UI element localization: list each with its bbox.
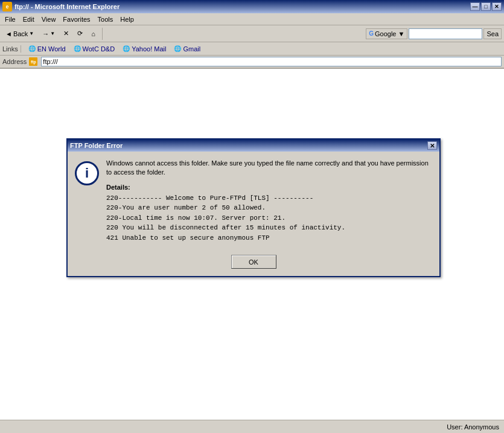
link-gmail[interactable]: 🌐 Gmail bbox=[170, 43, 203, 54]
google-label[interactable]: G Google ▼ bbox=[366, 28, 407, 39]
dialog-title: FTP Folder Error bbox=[70, 142, 427, 149]
dialog-title-bar: FTP Folder Error ✕ bbox=[68, 140, 439, 152]
detail-line-5: 421 Unable to set up secure anonymous FT… bbox=[106, 233, 432, 243]
gmail-icon: 🌐 bbox=[173, 45, 182, 53]
links-bar: Links 🌐 EN World 🌐 WotC D&D 🌐 Yahoo! Mai… bbox=[0, 42, 504, 56]
refresh-button[interactable]: ⟳ bbox=[74, 27, 86, 40]
address-path: / bbox=[56, 58, 58, 65]
link-yahoo-mail[interactable]: 🌐 Yahoo! Mail bbox=[119, 43, 169, 54]
wotc-label: WotC D&D bbox=[83, 45, 115, 53]
status-text: User: Anonymous bbox=[447, 423, 499, 431]
wotc-icon: 🌐 bbox=[73, 45, 81, 53]
detail-line-1: 220----------- Welcome to Pure-FTPd [TLS… bbox=[106, 193, 432, 204]
address-label: Address bbox=[2, 58, 27, 65]
address-input-wrap[interactable]: ftp:// / bbox=[41, 57, 502, 66]
back-arrow-icon: ◄ bbox=[5, 30, 12, 37]
toolbar-separator bbox=[102, 28, 103, 40]
back-dropdown-icon: ▼ bbox=[29, 31, 34, 36]
dialog-details: 220----------- Welcome to Pure-FTPd [TLS… bbox=[106, 193, 432, 243]
google-search-box bbox=[409, 28, 482, 39]
close-window-button[interactable]: ✕ bbox=[492, 2, 502, 11]
google-search-bar: G Google ▼ Sea bbox=[366, 28, 502, 39]
home-button[interactable]: ⌂ bbox=[88, 27, 98, 40]
dialog-details-label: Details: bbox=[106, 184, 432, 191]
dialog-content: Windows cannot access this folder. Make … bbox=[106, 159, 432, 243]
stop-icon: ✕ bbox=[63, 30, 69, 37]
ftp-error-dialog: FTP Folder Error ✕ i Windows cannot acce… bbox=[66, 138, 441, 277]
dialog-close-button[interactable]: ✕ bbox=[427, 141, 437, 150]
maximize-button[interactable]: □ bbox=[481, 2, 491, 11]
content-area: FTP Folder Error ✕ i Windows cannot acce… bbox=[0, 69, 504, 420]
en-world-label: EN World bbox=[37, 45, 66, 53]
detail-line-2: 220-You are user number 2 of 50 allowed. bbox=[106, 203, 432, 213]
dialog-footer: OK bbox=[68, 250, 439, 276]
toolbar: ◄ Back ▼ → ▼ ✕ ⟳ ⌂ G Google ▼ Sea bbox=[0, 25, 504, 42]
menu-file[interactable]: File bbox=[1, 14, 19, 24]
menu-help[interactable]: Help bbox=[116, 14, 138, 24]
info-icon: i bbox=[75, 161, 99, 185]
menu-view[interactable]: View bbox=[38, 14, 60, 24]
stop-button[interactable]: ✕ bbox=[60, 27, 72, 40]
status-bar: User: Anonymous bbox=[0, 420, 504, 433]
ok-button[interactable]: OK bbox=[231, 255, 276, 269]
home-icon: ⌂ bbox=[91, 30, 95, 37]
google-search-input[interactable] bbox=[409, 29, 482, 39]
gmail-label: Gmail bbox=[183, 45, 200, 53]
dialog-body: i Windows cannot access this folder. Mak… bbox=[68, 152, 439, 250]
detail-line-4: 220 You will be disconnected after 15 mi… bbox=[106, 223, 432, 233]
address-bar: Address ftp ftp:// / bbox=[0, 56, 504, 69]
menu-edit[interactable]: Edit bbox=[19, 14, 38, 24]
minimize-button[interactable]: — bbox=[470, 2, 480, 11]
window-title: ftp:// - Microsoft Internet Explorer bbox=[14, 3, 470, 10]
google-dropdown-label: Google ▼ bbox=[375, 30, 404, 37]
link-en-world[interactable]: 🌐 EN World bbox=[25, 43, 69, 54]
address-icon-wrap: ftp bbox=[29, 57, 39, 66]
app-icon: e bbox=[2, 2, 12, 11]
links-label: Links bbox=[2, 45, 21, 53]
forward-button[interactable]: → ▼ bbox=[39, 27, 58, 40]
forward-dropdown-icon: ▼ bbox=[50, 31, 55, 36]
en-world-icon: 🌐 bbox=[28, 45, 36, 53]
window-controls: — □ ✕ bbox=[470, 2, 502, 11]
google-search-button[interactable]: Sea bbox=[483, 28, 502, 39]
back-label: Back bbox=[13, 30, 28, 37]
detail-line-3: 220-Local time is now 10:07. Server port… bbox=[106, 213, 432, 223]
google-text: G bbox=[369, 30, 374, 37]
forward-icon: → bbox=[42, 30, 49, 37]
menu-favorites[interactable]: Favorites bbox=[59, 14, 94, 24]
ftp-icon: ftp bbox=[29, 57, 37, 66]
back-button[interactable]: ◄ Back ▼ bbox=[2, 27, 37, 40]
link-wotc[interactable]: 🌐 WotC D&D bbox=[70, 43, 118, 54]
address-url: ftp:// bbox=[43, 58, 56, 65]
menu-bar: File Edit View Favorites Tools Help bbox=[0, 13, 504, 25]
refresh-icon: ⟳ bbox=[77, 30, 83, 37]
menu-tools[interactable]: Tools bbox=[94, 14, 117, 24]
yahoo-icon: 🌐 bbox=[122, 45, 130, 53]
title-bar: e ftp:// - Microsoft Internet Explorer —… bbox=[0, 0, 504, 13]
yahoo-label: Yahoo! Mail bbox=[132, 45, 166, 53]
dialog-message: Windows cannot access this folder. Make … bbox=[106, 159, 432, 178]
